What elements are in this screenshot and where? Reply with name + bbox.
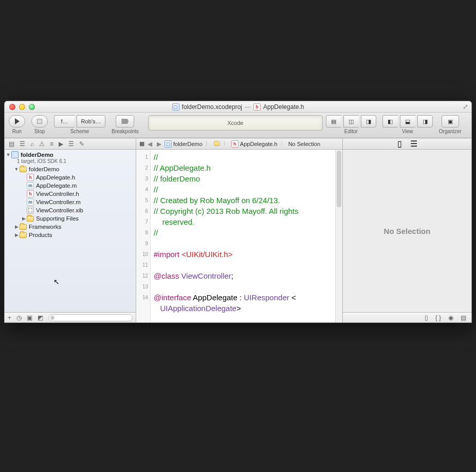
tree-folder[interactable]: ▶Frameworks [5,223,136,231]
stop-icon [37,119,42,124]
minimize-button[interactable] [19,104,25,110]
scheme-destination[interactable]: Rob's… [77,115,105,128]
inspector-selector: ▯ ☰ [343,138,471,149]
tree-folder[interactable]: ▶Supporting Files [5,214,136,223]
stop-label: Stop [34,129,45,134]
scrollbar-thumb[interactable] [337,151,341,207]
jump-bar-row: ▤ ☰ ⌕ ⚠ ≡ ▶ ☰ ✎ ▦ ◀ ▶ ▢folderDemo 〉 〉 hA… [5,138,471,150]
editor-mode-segmented[interactable]: ▤ ◫ ◨ [326,115,376,128]
navigator-footer: + ◷ ▣ ◩ [5,312,136,322]
header-file-icon: h [253,103,261,111]
forward-button[interactable]: ▶ [155,140,163,148]
project-root[interactable]: ▼folderDemo [5,151,136,159]
zoom-button[interactable] [29,104,35,110]
tree-file[interactable]: ViewController.xib [5,206,136,214]
back-button[interactable]: ◀ [146,140,154,148]
organizer-button[interactable]: ▣ [442,115,459,128]
view-segmented[interactable]: ◧ ⬓ ◨ [382,115,433,128]
test-navigator-icon[interactable]: ≡ [50,140,53,148]
version-editor-button[interactable]: ◨ [361,115,376,128]
toggle-navigator-button[interactable]: ◧ [382,115,398,128]
play-icon [15,118,20,124]
navigator-pane: ▼folderDemo1 target, iOS SDK 6.1▼folderD… [5,150,136,322]
fullscreen-icon[interactable]: ⤢ [463,103,468,111]
project-icon: ▢ [172,103,179,111]
recent-icon[interactable]: ◷ [16,314,22,321]
scm-status-icon[interactable]: ▣ [27,314,32,321]
close-button[interactable] [9,104,15,110]
chevron-right-icon: 〉 [279,140,287,148]
run-button[interactable] [9,115,25,128]
organizer-label: Organizer [439,129,462,134]
line-gutter: 1234567891011121314 [136,150,151,322]
inspector-empty: No Selection [343,150,471,312]
object-library-icon[interactable]: ◉ [448,314,453,321]
crumb-project[interactable]: folderDemo [173,141,203,147]
scheme-target[interactable]: f… [54,115,75,128]
run-label: Run [12,129,22,134]
debug-navigator-icon[interactable]: ▶ [59,140,63,148]
code-snippet-library-icon[interactable]: { } [435,314,441,321]
filter-icon[interactable]: ◩ [38,314,43,321]
utilities-pane: No Selection ▯ { } ◉ ▤ [343,150,471,322]
code-editor[interactable]: 1234567891011121314 //// AppDelegate.h//… [136,150,343,322]
window-title: ▢ folderDemo.xcodeproj — h AppDelegate.h [5,103,471,111]
project-subtitle: 1 target, iOS SDK 6.1 [17,158,136,164]
chevron-right-icon: 〉 [204,140,212,148]
filter-field[interactable] [48,314,133,321]
code-area[interactable]: //// AppDelegate.h// folderDemo//// Crea… [151,150,335,322]
view-label: View [402,129,413,134]
project-icon: ▢ [164,140,172,148]
xcode-window: ▢ folderDemo.xcodeproj — h AppDelegate.h… [4,101,472,323]
title-separator: — [245,103,251,111]
tree-file[interactable]: mViewController.m [5,198,136,206]
tree-folder[interactable]: ▶Products [5,231,136,239]
toggle-debug-button[interactable]: ⬓ [400,115,415,128]
search-icon [50,316,54,320]
breakpoints-label: Breakpoints [112,129,139,134]
chevron-right-icon: 〉 [222,140,230,148]
library-selector: ▯ { } ◉ ▤ [343,312,471,322]
tree-folder[interactable]: ▼folderDemo [5,165,136,173]
file-template-library-icon[interactable]: ▯ [425,314,428,321]
crumb-file[interactable]: AppDelegate.h [240,141,278,147]
standard-editor-button[interactable]: ▤ [326,115,341,128]
titlebar: ▢ folderDemo.xcodeproj — h AppDelegate.h… [5,101,471,113]
breakpoint-icon [121,119,129,124]
window-controls [5,104,35,110]
lcd-text: Xcode [227,120,243,126]
add-button[interactable]: + [8,314,11,321]
log-navigator-icon[interactable]: ✎ [79,140,84,148]
assistant-editor-button[interactable]: ◫ [343,115,359,128]
activity-lcd: Xcode [148,115,323,131]
media-library-icon[interactable]: ▤ [461,314,466,321]
editor-scrollbar[interactable] [335,150,342,322]
folder-icon [214,141,219,146]
title-project: folderDemo.xcodeproj [182,103,242,111]
search-navigator-icon[interactable]: ⌕ [30,140,34,148]
jump-bar[interactable]: ▦ ◀ ▶ ▢folderDemo 〉 〉 hAppDelegate.h 〉 N… [136,138,343,149]
project-tree[interactable]: ▼folderDemo1 target, iOS SDK 6.1▼folderD… [5,150,136,312]
breakpoints-button[interactable] [116,115,134,128]
tree-file[interactable]: hAppDelegate.h [5,173,136,181]
related-items-icon[interactable]: ▦ [139,140,144,147]
toggle-utilities-button[interactable]: ◨ [417,115,433,128]
tree-file[interactable]: hViewController.h [5,190,136,198]
breakpoint-navigator-icon[interactable]: ☰ [68,140,74,148]
scheme-label: Scheme [70,129,89,134]
quick-help-inspector-icon[interactable]: ☰ [410,139,417,149]
project-navigator-icon[interactable]: ▤ [9,140,14,148]
issue-navigator-icon[interactable]: ⚠ [39,140,45,148]
symbol-navigator-icon[interactable]: ☰ [20,140,25,148]
window-body: ▼folderDemo1 target, iOS SDK 6.1▼folderD… [5,150,471,322]
scheme-selector[interactable]: f… Rob's… [54,115,105,128]
stop-button[interactable] [31,115,48,128]
crumb-selection[interactable]: No Selection [288,141,320,147]
toolbar: Run Stop f… Rob's… Scheme Breakpoints Xc… [5,113,471,138]
editor-label: Editor [344,129,358,134]
title-file: AppDelegate.h [263,103,304,111]
navigator-selector: ▤ ☰ ⌕ ⚠ ≡ ▶ ☰ ✎ [5,138,136,149]
tree-file[interactable]: mAppDelegate.m [5,181,136,190]
file-inspector-icon[interactable]: ▯ [397,139,402,149]
header-file-icon: h [231,140,239,148]
